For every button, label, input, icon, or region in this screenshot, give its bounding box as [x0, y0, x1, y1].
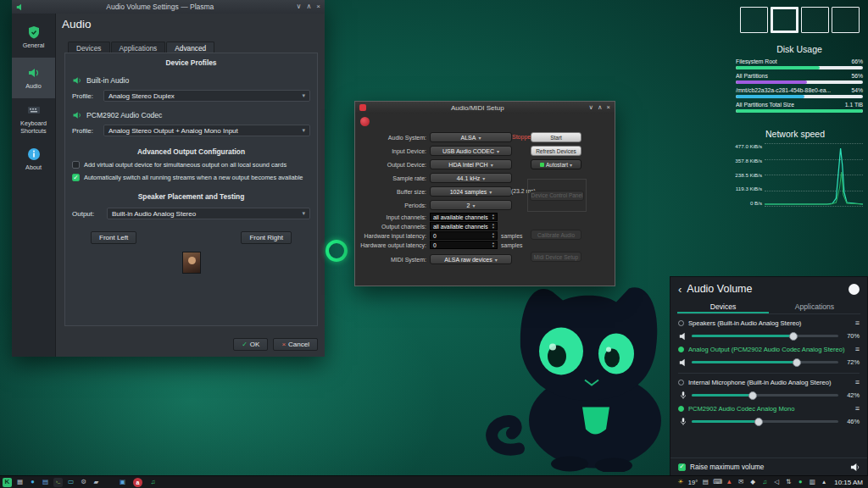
ok-button[interactable]: ✓ OK [233, 338, 268, 351]
advanced-tab-pane: Device Profiles Built-in Audio Profile: … [64, 53, 318, 326]
sidebar-item-general[interactable]: General [12, 17, 55, 58]
midi-device-setup-button[interactable]: Midi Device Setup [531, 252, 581, 262]
auto-switch-streams-checkbox-row[interactable]: ✓ Automatically switch all running strea… [72, 174, 310, 181]
test-output-select[interactable]: Built-in Audio Analog Stereo ▾ [107, 208, 310, 219]
spinner-arrows-icon[interactable]: ▴▾ [492, 223, 494, 230]
close-button[interactable]: × [607, 104, 610, 111]
titlebar[interactable]: Audio Volume Settings — Plasma ∨ ∧ × [12, 0, 325, 14]
clock[interactable]: 10:15 AM [834, 479, 863, 486]
settings-launcher[interactable]: ⚙ [79, 478, 88, 487]
applet-settings-button[interactable] [849, 284, 860, 295]
raise-max-volume-checkbox[interactable]: ✓ [678, 463, 686, 471]
expand-tray-icon[interactable]: ▴ [820, 479, 828, 485]
tab-applications[interactable]: Applications [769, 299, 860, 313]
midi-system-select[interactable]: ALSA raw devices ▾ [430, 254, 512, 264]
virtual-output-checkbox-row[interactable]: Add virtual output device for simultaneo… [72, 161, 310, 169]
network-tray-icon[interactable]: ◆ [748, 479, 757, 485]
device-menu-icon[interactable]: ≡ [855, 405, 860, 413]
clipboard-tray-icon[interactable]: ▤ [701, 479, 709, 485]
device-menu-icon[interactable]: ≡ [855, 379, 860, 386]
minimize-button[interactable]: ∨ [297, 3, 302, 10]
pager-desktop-1[interactable] [740, 7, 768, 33]
microphone-icon [678, 417, 687, 426]
default-device-indicator[interactable] [678, 380, 684, 385]
notifications-tray-icon[interactable]: ● [796, 479, 804, 485]
task-window-button[interactable]: ▣ [118, 478, 127, 487]
pager-desktop-4[interactable] [832, 7, 860, 33]
ardour-task-button[interactable]: a [133, 478, 142, 487]
builtin-audio-profile-select[interactable]: Analog Stereo Duplex ▾ [103, 90, 310, 102]
web-browser-launcher[interactable]: ● [28, 478, 37, 487]
pcm2902-profile-select[interactable]: Analog Stereo Output + Analog Mono Input… [103, 125, 310, 136]
output-device-select[interactable]: HDA Intel PCH ▾ [430, 159, 512, 169]
periods-select[interactable]: 2 ▾ [430, 200, 512, 210]
device-menu-icon[interactable]: ≡ [855, 319, 860, 327]
mail-tray-icon[interactable]: ✉ [737, 479, 745, 485]
tab-devices[interactable]: Devices [677, 299, 769, 313]
text-editor-launcher[interactable]: ▰ [92, 478, 101, 487]
settings-sidebar: General Audio Keyboard Shortcuts [12, 14, 56, 357]
terminal-launcher[interactable]: ›_ [53, 478, 63, 487]
sample-rate-select[interactable]: 44.1 kHz ▾ [430, 173, 512, 183]
front-left-button[interactable]: Front Left [91, 231, 136, 244]
slider-handle[interactable] [748, 391, 757, 400]
volume-slider[interactable] [692, 335, 838, 337]
volume-slider[interactable] [692, 420, 838, 423]
updates-tray-icon[interactable]: ⇅ [784, 479, 793, 485]
front-right-button[interactable]: Front Right [241, 231, 292, 244]
application-menu-launcher[interactable]: K [3, 478, 12, 487]
pager-launcher[interactable]: ▦ [15, 478, 25, 487]
media-player-tray-icon[interactable]: ♫ [760, 479, 769, 485]
cancel-button[interactable]: × Cancel [273, 338, 318, 351]
sidebar-item-keyboard-shortcuts[interactable]: Keyboard Shortcuts [12, 98, 55, 139]
keyboard-layout-tray-icon[interactable]: ⌨ [713, 479, 721, 485]
input-device-select[interactable]: USB Audio CODEC ▾ [430, 146, 512, 156]
output-channels-spinner[interactable]: all available channels ▴▾ [430, 222, 498, 230]
spinner-arrows-icon[interactable]: ▴▾ [492, 232, 494, 239]
buffer-size-select[interactable]: 1024 samples ▾ [430, 186, 512, 197]
device-notifier-tray-icon[interactable]: ▲ [725, 479, 733, 485]
system-monitor-launcher[interactable]: ▭ [66, 478, 75, 487]
speaker-test-buttons: Front Left Front Right [91, 231, 292, 244]
volume-slider[interactable] [692, 394, 838, 396]
input-channels-spinner[interactable]: all available channels ▴▾ [430, 213, 498, 221]
calibrate-audio-button[interactable]: Calibrate Audio [531, 230, 581, 240]
weather-tray-icon[interactable]: ☀ [676, 479, 685, 485]
device-control-panel-button[interactable]: Device Control Panel [530, 191, 584, 201]
back-chevron-icon[interactable]: ‹ [678, 284, 682, 295]
default-device-indicator[interactable] [678, 406, 684, 412]
check-icon: ✓ [242, 341, 248, 348]
titlebar[interactable]: Audio/MIDI Setup ∨ ∧ × [355, 102, 615, 114]
minimize-button[interactable]: ∨ [589, 104, 594, 111]
volume-slider[interactable] [692, 361, 838, 363]
file-manager-launcher[interactable]: ▤ [41, 478, 50, 487]
slider-handle[interactable] [793, 358, 801, 367]
maximize-button[interactable]: ∧ [598, 104, 603, 111]
input-channels-row: Input channels: all available channels ▴… [355, 213, 615, 221]
slider-handle[interactable] [754, 418, 763, 426]
hw-input-latency-spinner[interactable]: 0 ▴▾ [430, 231, 498, 240]
close-button[interactable]: × [316, 3, 320, 10]
spinner-arrows-icon[interactable]: ▴▾ [492, 241, 494, 248]
audio-system-select[interactable]: ALSA ▾ [430, 132, 512, 142]
vault-tray-icon[interactable]: ▥ [808, 479, 816, 485]
speaker-icon[interactable] [850, 463, 860, 472]
hw-output-latency-spinner[interactable]: 0 ▴▾ [430, 241, 498, 249]
audio-app-task-button[interactable]: ♫ [148, 478, 158, 487]
start-button[interactable]: Start [531, 132, 581, 142]
default-device-indicator[interactable] [678, 320, 684, 326]
gridline [765, 206, 863, 207]
device-menu-icon[interactable]: ≡ [855, 346, 860, 353]
pager-desktop-3[interactable] [801, 7, 829, 33]
refresh-devices-button[interactable]: Refresh Devices [531, 146, 581, 156]
pager-desktop-2[interactable] [771, 7, 798, 33]
spinner-arrows-icon[interactable]: ▴▾ [492, 214, 494, 220]
autostart-toggle[interactable]: Autostart ▾ [531, 159, 581, 169]
maximize-button[interactable]: ∧ [306, 3, 311, 10]
volume-percent: 46% [843, 418, 860, 425]
volume-tray-icon[interactable]: ◁ [772, 479, 781, 485]
sidebar-item-audio[interactable]: Audio [12, 58, 55, 98]
slider-handle[interactable] [789, 332, 798, 341]
sidebar-item-about[interactable]: About [12, 139, 55, 180]
default-device-indicator[interactable] [678, 347, 684, 352]
